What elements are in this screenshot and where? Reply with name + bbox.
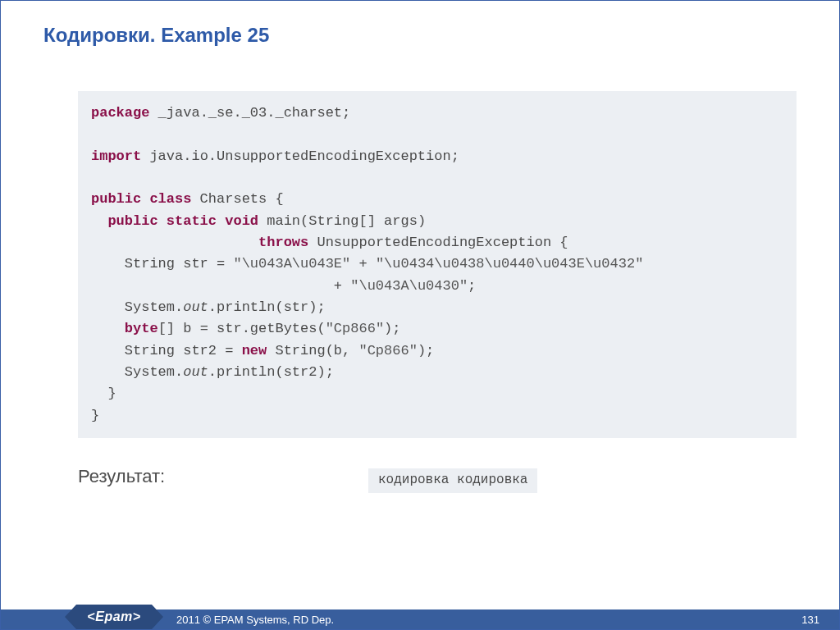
code-text: [] b = str.getBytes( (158, 321, 326, 336)
string-literal: "\u0434\u0438\u0440\u043E\u0432" (376, 256, 643, 272)
code-text (91, 321, 125, 336)
code-text: .println(str2); (208, 364, 334, 380)
kw-new: new (242, 343, 267, 358)
kw-public-class: public class (91, 191, 191, 207)
code-text: + (91, 278, 350, 294)
code-text: System. (91, 299, 183, 315)
code-text: java.io.UnsupportedEncodingException; (141, 148, 459, 164)
footer-copyright: 2011 © EPAM Systems, RD Dep. (176, 614, 334, 626)
code-text: String(b, (267, 343, 358, 358)
code-text: ; (468, 278, 476, 294)
string-literal: "\u043A\u0430" (350, 278, 468, 294)
field-out: out (183, 364, 208, 380)
footer-logo: <Epam> (76, 605, 152, 629)
code-block: package _java._se._03._charset; import j… (78, 91, 797, 438)
string-literal: "Cp866" (326, 321, 384, 336)
kw-package: package (91, 105, 149, 121)
code-text: String str2 = (91, 343, 242, 358)
code-text: main(String[] args) (258, 213, 426, 229)
footer: <Epam> 2011 © EPAM Systems, RD Dep. 131 (1, 605, 839, 629)
slide-title: Кодировки. Example 25 (1, 1, 839, 47)
field-out: out (183, 299, 208, 315)
code-text: System. (91, 364, 183, 380)
output-line: кодировка (378, 472, 449, 487)
code-text: String str = (91, 256, 233, 272)
string-literal: "\u043A\u043E" (233, 256, 350, 272)
code-text: + (350, 256, 376, 272)
footer-page-number: 131 (801, 614, 819, 626)
code-text: Charsets { (191, 191, 283, 207)
code-text: .println(str); (208, 299, 326, 315)
code-text: _java._se._03._charset; (149, 105, 350, 121)
code-text: ); (384, 321, 400, 336)
code-text: ); (418, 343, 434, 358)
kw-import: import (91, 148, 141, 164)
string-literal: "Cp866" (358, 343, 417, 358)
code-text: } (91, 386, 116, 401)
kw-throws: throws (258, 235, 308, 250)
code-text (91, 235, 258, 250)
code-text: UnsupportedEncodingException { (308, 235, 568, 250)
output-line: кодировка (457, 472, 527, 487)
output-box: кодировка кодировка (368, 468, 537, 493)
slide: Кодировки. Example 25 package _java._se.… (0, 0, 840, 630)
code-text (91, 213, 107, 229)
footer-brand-text: <Epam> (87, 609, 140, 624)
code-text: } (91, 408, 99, 423)
kw-byte: byte (125, 321, 158, 336)
kw-public-static-void: public static void (107, 213, 258, 229)
